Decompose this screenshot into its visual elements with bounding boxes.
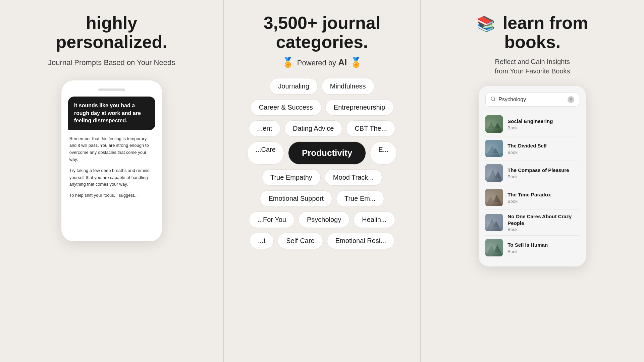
svg-rect-18	[485, 214, 503, 231]
tags-row-2: Career & Success Entrepreneurship	[224, 99, 420, 116]
panel1-subheadline: Journal Prompts Based on Your Needs	[48, 58, 175, 67]
book-cover-5	[485, 214, 503, 231]
search-clear-button[interactable]: ✕	[568, 96, 574, 103]
svg-line-1	[494, 100, 495, 101]
phone-mockup: It sounds like you had a rough day at wo…	[61, 80, 162, 241]
book-info-2: The Divided Self Book	[507, 142, 579, 155]
tag-entrepreneurship: Entrepreneurship	[325, 99, 393, 116]
book-item-1: Social Engineering Book	[485, 112, 579, 136]
books-phone: Psychology ✕ Social Engin	[479, 86, 586, 266]
svg-rect-10	[485, 164, 503, 182]
panel1-headline: highly personalized.	[56, 13, 167, 52]
tag-mindfulness: Mindfulness	[322, 78, 374, 95]
svg-marker-7	[485, 146, 499, 157]
tags-row-8: ...t Self-Care Emotional Resi...	[224, 233, 420, 249]
book-title-4: The Time Paradox	[507, 191, 579, 198]
book-title-5: No One Cares About Crazy People	[507, 213, 579, 226]
tag-cbt: CBT The...	[346, 120, 395, 137]
book-title-2: The Divided Self	[507, 142, 579, 149]
book-info-4: The Time Paradox Book	[507, 191, 579, 204]
phone-top-bar	[68, 88, 155, 91]
tag-t: ...t	[250, 233, 274, 249]
svg-marker-4	[492, 123, 503, 133]
svg-marker-23	[485, 246, 497, 256]
tag-dating-advice: Dating Advice	[284, 120, 342, 137]
book-item-4: The Time Paradox Book	[485, 185, 579, 210]
tags-row-4: ...Care Productivity E...	[224, 141, 420, 165]
laurel-right-icon: 🏅	[350, 57, 362, 68]
book-type-5: Book	[507, 227, 579, 232]
book-item-2: The Divided Self Book	[485, 136, 579, 161]
books-icon: 📚	[477, 15, 495, 32]
svg-rect-17	[485, 202, 503, 206]
book-title-6: To Sell Is Human	[507, 242, 579, 248]
tags-area: Journaling Mindfulness Career & Success …	[224, 78, 420, 249]
panel-personalized: highly personalized. Journal Prompts Bas…	[0, 0, 223, 362]
book-cover-2	[485, 140, 503, 157]
ai-badge: 🏅 Powered by AI 🏅	[282, 57, 362, 68]
tag-ent: ...ent	[249, 120, 280, 137]
book-item-6: To Sell Is Human Book	[485, 236, 579, 260]
svg-rect-14	[485, 189, 503, 206]
svg-rect-9	[485, 153, 503, 157]
svg-marker-15	[485, 196, 496, 206]
panel3-headline: 📚 learn from books.	[477, 13, 588, 52]
svg-rect-2	[485, 115, 503, 133]
tag-mood: Mood Track...	[325, 169, 382, 186]
svg-marker-24	[492, 244, 503, 256]
tag-self-care: Self-Care	[278, 233, 323, 249]
book-info-1: Social Engineering Book	[507, 118, 579, 130]
search-icon	[490, 96, 496, 103]
tag-true-empathy: True Empathy	[262, 169, 321, 186]
book-item-5: No One Cares About Crazy People Book	[485, 210, 579, 236]
book-info-3: The Compass of Pleasure Book	[507, 167, 579, 179]
chat-bubble: It sounds like you had a rough day at wo…	[68, 97, 155, 130]
tags-row-1: Journaling Mindfulness	[224, 78, 420, 95]
book-cover-1	[485, 115, 503, 133]
svg-marker-20	[491, 221, 501, 231]
book-title-3: The Compass of Pleasure	[507, 167, 579, 174]
chat-body: Remember that this feeling is temporary …	[68, 135, 155, 199]
svg-rect-6	[485, 140, 503, 157]
tag-emotional-res: Emotional Resi...	[327, 233, 394, 249]
ai-label: Powered by AI	[297, 57, 347, 68]
book-cover-6	[485, 239, 503, 256]
book-type-3: Book	[507, 174, 579, 179]
book-type-6: Book	[507, 249, 579, 254]
tag-career: Career & Success	[251, 99, 321, 116]
svg-rect-22	[485, 239, 503, 256]
laurel-left-icon: 🏅	[282, 57, 294, 68]
svg-marker-12	[493, 171, 503, 182]
svg-marker-11	[487, 170, 498, 182]
book-type-1: Book	[507, 125, 579, 130]
book-item-3: The Compass of Pleasure Book	[485, 161, 579, 185]
panel3-subheadline: Reflect and Gain Insights from Your Favo…	[495, 57, 570, 76]
book-list: Social Engineering Book	[485, 112, 579, 260]
tag-psychology: Psychology	[299, 212, 350, 228]
svg-rect-13	[485, 178, 503, 182]
tag-for-you: ...For You	[249, 212, 294, 228]
tag-emotional-support: Emotional Support	[260, 190, 332, 207]
book-type-2: Book	[507, 150, 579, 155]
svg-rect-21	[485, 227, 503, 231]
book-title-1: Social Engineering	[507, 118, 579, 125]
book-info-5: No One Cares About Crazy People Book	[507, 213, 579, 232]
book-type-4: Book	[507, 199, 579, 204]
svg-marker-16	[491, 195, 503, 206]
svg-marker-3	[485, 122, 497, 133]
tag-healing: Healin...	[354, 212, 395, 228]
search-bar[interactable]: Psychology ✕	[485, 93, 579, 107]
book-cover-3	[485, 164, 503, 182]
phone-notch	[98, 88, 125, 91]
svg-rect-5	[485, 128, 503, 133]
tags-row-5: True Empathy Mood Track...	[224, 169, 420, 186]
tag-journaling: Journaling	[270, 78, 317, 95]
tags-container: Journaling Mindfulness Career & Success …	[224, 78, 420, 249]
panel-books: 📚 learn from books. Reflect and Gain Ins…	[421, 0, 644, 362]
tags-row-7: ...For You Psychology Healin...	[224, 212, 420, 228]
tag-productivity: Productivity	[288, 141, 366, 165]
panel-categories: 3,500+ journalcategories. 🏅 Powered by A…	[224, 0, 420, 362]
svg-marker-8	[490, 148, 500, 157]
tag-e: E...	[370, 141, 397, 165]
tags-row-6: Emotional Support True Em...	[224, 190, 420, 207]
